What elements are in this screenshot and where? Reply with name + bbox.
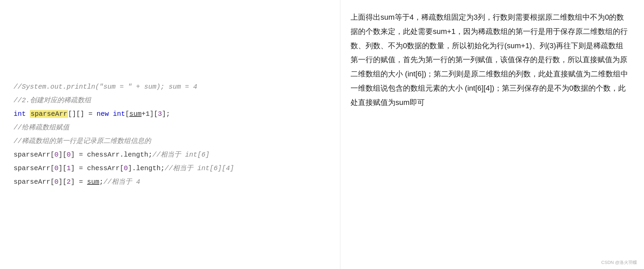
code-line-comment4: //给稀疏数组赋值	[14, 121, 326, 134]
description-text: 上面得出sum等于4，稀疏数组固定为3列，行数则需要根据原二维数组中不为0的数据…	[351, 10, 630, 110]
code-line-3: int sparseArr[][] = new int[sum+1][3];	[14, 107, 326, 121]
code-line-comment5: //稀疏数组的第一行是记录原二维数组信息的	[14, 134, 326, 148]
code-line-7: sparseArr[0][1] = chessArr[0].length;//相…	[14, 162, 326, 175]
highlight-sparseArr: sparseArr	[30, 110, 68, 118]
code-block: //System.out.println("sum = " + sum); su…	[14, 80, 326, 189]
description-content: 上面得出sum等于4，稀疏数组固定为3列，行数则需要根据原二维数组中不为0的数据…	[351, 13, 628, 107]
code-line-6: sparseArr[0][0] = chessArr.length;//相当于 …	[14, 148, 326, 162]
description-panel: 上面得出sum等于4，稀疏数组固定为3列，行数则需要根据原二维数组中不为0的数据…	[340, 0, 644, 269]
code-panel: //System.out.println("sum = " + sum); su…	[0, 0, 340, 269]
watermark: CSDN @洛火羽蝶	[601, 259, 637, 266]
code-line-8: sparseArr[0][2] = sum;//相当于 4	[14, 175, 326, 189]
code-line-comment1: //System.out.println("sum = " + sum); su…	[14, 80, 326, 94]
code-line-comment2: //2.创建对应的稀疏数组	[14, 94, 326, 107]
